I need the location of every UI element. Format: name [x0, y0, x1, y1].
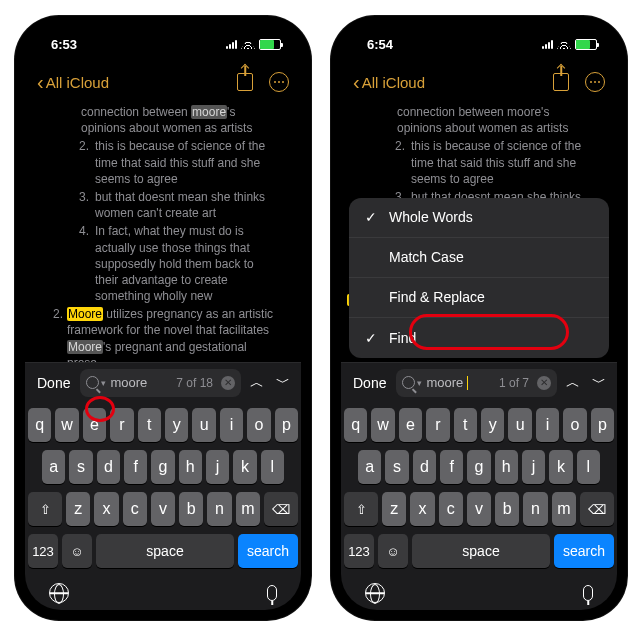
key-o[interactable]: o: [563, 408, 586, 442]
key-i[interactable]: i: [220, 408, 243, 442]
key-d[interactable]: d: [413, 450, 436, 484]
key-c[interactable]: c: [439, 492, 463, 526]
key-w[interactable]: w: [371, 408, 394, 442]
menu-find-replace[interactable]: Find & Replace: [349, 278, 609, 318]
key-a[interactable]: a: [42, 450, 65, 484]
key-d[interactable]: d: [97, 450, 120, 484]
search-options-icon[interactable]: ▾: [101, 378, 106, 388]
chevron-left-icon: ‹: [37, 72, 44, 92]
key-b[interactable]: b: [179, 492, 203, 526]
key-c[interactable]: c: [123, 492, 147, 526]
key-l[interactable]: l: [577, 450, 600, 484]
back-button[interactable]: ‹ All iCloud: [37, 72, 109, 92]
more-icon[interactable]: [269, 72, 289, 92]
key-h[interactable]: h: [495, 450, 518, 484]
key-y[interactable]: y: [481, 408, 504, 442]
key-v[interactable]: v: [151, 492, 175, 526]
key-t[interactable]: t: [454, 408, 477, 442]
key-j[interactable]: j: [522, 450, 545, 484]
key-n[interactable]: n: [523, 492, 547, 526]
key-l[interactable]: l: [261, 450, 284, 484]
note-body[interactable]: connection between moore's opinions abou…: [25, 102, 301, 362]
key-p[interactable]: p: [275, 408, 298, 442]
key-x[interactable]: x: [94, 492, 118, 526]
search-term: moore: [110, 375, 147, 390]
search-input[interactable]: ▾ moore 1 of 7 ✕: [396, 369, 557, 397]
key-q[interactable]: q: [28, 408, 51, 442]
key-n[interactable]: n: [207, 492, 231, 526]
search-input[interactable]: ▾ moore 7 of 18 ✕: [80, 369, 241, 397]
globe-icon[interactable]: [49, 583, 69, 603]
key-g[interactable]: g: [151, 450, 174, 484]
prev-match-button[interactable]: ︿: [563, 374, 583, 392]
key-i[interactable]: i: [536, 408, 559, 442]
key-f[interactable]: f: [124, 450, 147, 484]
key-j[interactable]: j: [206, 450, 229, 484]
clear-icon[interactable]: ✕: [221, 376, 235, 390]
key-s[interactable]: s: [69, 450, 92, 484]
clock: 6:54: [367, 37, 393, 52]
back-label: All iCloud: [46, 74, 109, 91]
prev-match-button[interactable]: ︿: [247, 374, 267, 392]
share-icon[interactable]: [553, 73, 569, 91]
key-k[interactable]: k: [233, 450, 256, 484]
share-icon[interactable]: [237, 73, 253, 91]
space-key[interactable]: space: [96, 534, 234, 568]
key-u[interactable]: u: [192, 408, 215, 442]
key-k[interactable]: k: [549, 450, 572, 484]
find-bar: Done ▾ moore 1 of 7 ✕ ︿ ﹀: [341, 362, 617, 402]
globe-icon[interactable]: [365, 583, 385, 603]
key-r[interactable]: r: [426, 408, 449, 442]
mic-icon[interactable]: [267, 585, 277, 601]
key-p[interactable]: p: [591, 408, 614, 442]
key-z[interactable]: z: [382, 492, 406, 526]
shift-key[interactable]: ⇧: [344, 492, 378, 526]
note-body[interactable]: connection between moore's opinions abou…: [341, 102, 617, 362]
delete-key[interactable]: ⌫: [264, 492, 298, 526]
menu-match-case[interactable]: Match Case: [349, 238, 609, 278]
search-key[interactable]: search: [238, 534, 298, 568]
key-w[interactable]: w: [55, 408, 78, 442]
key-m[interactable]: m: [236, 492, 260, 526]
key-a[interactable]: a: [358, 450, 381, 484]
search-icon: [402, 376, 415, 389]
key-b[interactable]: b: [495, 492, 519, 526]
key-z[interactable]: z: [66, 492, 90, 526]
key-u[interactable]: u: [508, 408, 531, 442]
key-x[interactable]: x: [410, 492, 434, 526]
nav-bar: ‹ All iCloud: [341, 62, 617, 102]
menu-whole-words[interactable]: ✓Whole Words: [349, 198, 609, 238]
key-g[interactable]: g: [467, 450, 490, 484]
numbers-key[interactable]: 123: [28, 534, 58, 568]
more-icon[interactable]: [585, 72, 605, 92]
space-key[interactable]: space: [412, 534, 550, 568]
key-o[interactable]: o: [247, 408, 270, 442]
done-button[interactable]: Done: [33, 375, 74, 391]
search-key[interactable]: search: [554, 534, 614, 568]
key-v[interactable]: v: [467, 492, 491, 526]
emoji-key[interactable]: ☺: [62, 534, 92, 568]
key-q[interactable]: q: [344, 408, 367, 442]
key-y[interactable]: y: [165, 408, 188, 442]
key-h[interactable]: h: [179, 450, 202, 484]
done-button[interactable]: Done: [349, 375, 390, 391]
key-e[interactable]: e: [399, 408, 422, 442]
key-e[interactable]: e: [83, 408, 106, 442]
key-t[interactable]: t: [138, 408, 161, 442]
shift-key[interactable]: ⇧: [28, 492, 62, 526]
key-s[interactable]: s: [385, 450, 408, 484]
next-match-button[interactable]: ﹀: [273, 374, 293, 392]
keyboard: qwertyuiop asdfghjkl ⇧ zxcvbnm ⌫ 123 ☺ s…: [341, 402, 617, 576]
key-r[interactable]: r: [110, 408, 133, 442]
key-m[interactable]: m: [552, 492, 576, 526]
search-options-icon[interactable]: ▾: [417, 378, 422, 388]
numbers-key[interactable]: 123: [344, 534, 374, 568]
menu-find[interactable]: ✓Find: [349, 318, 609, 358]
key-f[interactable]: f: [440, 450, 463, 484]
mic-icon[interactable]: [583, 585, 593, 601]
next-match-button[interactable]: ﹀: [589, 374, 609, 392]
clear-icon[interactable]: ✕: [537, 376, 551, 390]
delete-key[interactable]: ⌫: [580, 492, 614, 526]
back-button[interactable]: ‹ All iCloud: [353, 72, 425, 92]
emoji-key[interactable]: ☺: [378, 534, 408, 568]
